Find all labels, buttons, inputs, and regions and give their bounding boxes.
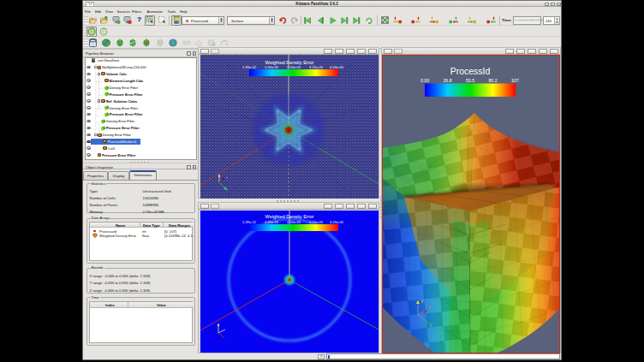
svg-text:4.20e-05: 4.20e-05 bbox=[330, 220, 344, 224]
svg-text:ProcessId: ProcessId bbox=[450, 66, 491, 76]
svg-text:80.2: 80.2 bbox=[488, 78, 497, 83]
svg-text:2.10e-05: 2.10e-05 bbox=[287, 65, 301, 69]
svg-text:2.10e-05: 2.10e-05 bbox=[287, 220, 301, 224]
svg-text:4.20e-05: 4.20e-05 bbox=[330, 65, 344, 69]
svg-text:3.15e-05: 3.15e-05 bbox=[309, 220, 324, 224]
svg-text:Weighted Density Error: Weighted Density Error bbox=[265, 214, 314, 219]
svg-text:1.05e-05: 1.05e-05 bbox=[265, 65, 279, 69]
svg-text:Z: Z bbox=[429, 323, 432, 328]
svg-text:3.15e-05: 3.15e-05 bbox=[309, 65, 324, 69]
svg-text:53.5: 53.5 bbox=[466, 78, 474, 83]
svg-text:26.8: 26.8 bbox=[443, 78, 451, 83]
svg-text:Y: Y bbox=[420, 299, 424, 304]
svg-text:1.05e-05: 1.05e-05 bbox=[265, 220, 279, 224]
svg-text:1.39e-12: 1.39e-12 bbox=[242, 65, 257, 69]
svg-text:0.00: 0.00 bbox=[420, 78, 429, 83]
svg-text:x: x bbox=[428, 304, 431, 309]
svg-text:107.: 107. bbox=[511, 78, 520, 83]
svg-text:1.39e-12: 1.39e-12 bbox=[242, 220, 257, 224]
